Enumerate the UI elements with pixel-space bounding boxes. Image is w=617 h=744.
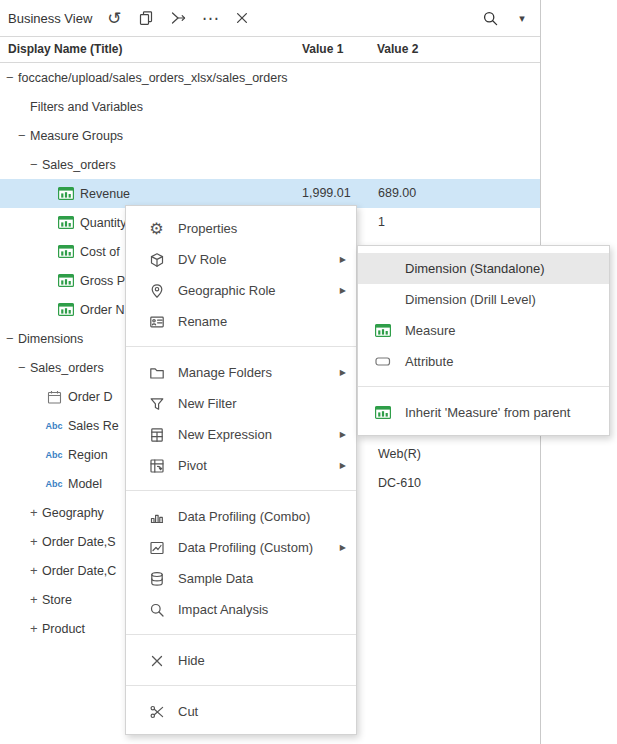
gear-icon: ⚙ <box>148 220 165 237</box>
measure-icon <box>374 404 391 421</box>
dv-role-submenu: Dimension (Standalone)Dimension (Drill L… <box>357 245 610 436</box>
menu-item-label: Hide <box>178 653 346 668</box>
tree-label: Measure Groups <box>30 129 123 143</box>
menu-item-data-profiling-combo[interactable]: Data Profiling (Combo) <box>126 501 356 532</box>
icon-spacer <box>374 260 391 277</box>
menu-item-label: Cut <box>178 704 346 719</box>
pivot-icon <box>148 457 165 474</box>
submenu-arrow-icon: ▶ <box>340 430 346 439</box>
menu-item-geographic-role[interactable]: Geographic Role▶ <box>126 275 356 306</box>
tree-label: Order N <box>80 303 124 317</box>
collapse-icon[interactable]: − <box>6 331 18 346</box>
collapse-icon[interactable]: − <box>6 70 18 85</box>
dv-role-icon <box>148 251 165 268</box>
submenu-arrow-icon: ▶ <box>340 255 346 264</box>
chevron-down-icon[interactable]: ▾ <box>512 8 532 28</box>
cut-icon <box>148 703 165 720</box>
menu-item-label: Properties <box>178 221 346 236</box>
menu-item-hide[interactable]: Hide <box>126 645 356 676</box>
hide-icon <box>148 652 165 669</box>
measure-icon <box>58 187 74 201</box>
column-header-value2: Value 2 <box>377 37 418 62</box>
menu-item-sample-data[interactable]: Sample Data <box>126 563 356 594</box>
menu-item-cut[interactable]: Cut <box>126 696 356 727</box>
menu-item-new-expression[interactable]: New Expression▶ <box>126 419 356 450</box>
tree-row[interactable]: −Measure Groups <box>0 121 540 150</box>
combo-icon <box>148 508 165 525</box>
menu-item-rename[interactable]: Rename <box>126 306 356 337</box>
tree-row[interactable]: Filters and Variables <box>0 92 540 121</box>
expand-icon[interactable]: + <box>30 505 42 520</box>
submenu-arrow-icon: ▶ <box>340 368 346 377</box>
measure-icon <box>58 245 74 259</box>
icon-spacer <box>374 291 391 308</box>
value-2-cell: DC-610 <box>378 469 421 498</box>
menu-item-label: Rename <box>178 314 346 329</box>
collapse-icon[interactable]: − <box>18 360 30 375</box>
calculator-icon <box>148 426 165 443</box>
menu-item-manage-folders[interactable]: Manage Folders▶ <box>126 357 356 388</box>
abc-icon: Abc <box>46 448 62 462</box>
menu-item-label: Data Profiling (Combo) <box>178 509 346 524</box>
abc-icon: Abc <box>46 419 62 433</box>
menu-item-label: Data Profiling (Custom) <box>178 540 332 555</box>
toolbar-left-icons: ↺⋯ <box>104 8 252 28</box>
copy-icon[interactable] <box>136 8 156 28</box>
menu-separator <box>126 625 356 645</box>
menu-item-pivot[interactable]: Pivot▶ <box>126 450 356 481</box>
menu-item-label: Dimension (Drill Level) <box>405 292 599 307</box>
menu-item-label: Inherit 'Measure' from parent <box>405 405 599 420</box>
menu-separator <box>126 337 356 357</box>
tree-label: Filters and Variables <box>30 100 143 114</box>
menu-item-label: Geographic Role <box>178 283 332 298</box>
rename-icon <box>148 313 165 330</box>
expand-icon[interactable]: + <box>30 563 42 578</box>
column-header-display-name: Display Name (Title) <box>8 37 122 62</box>
filter-icon <box>148 395 165 412</box>
menu-item-dv-role[interactable]: DV Role▶ <box>126 244 356 275</box>
more-icon[interactable]: ⋯ <box>200 8 220 28</box>
tree-label: Store <box>42 593 72 607</box>
expand-icon[interactable]: + <box>30 621 42 636</box>
tree-label: Region <box>68 448 108 462</box>
tree-label: Order Date,S <box>42 535 116 549</box>
folder-icon <box>148 364 165 381</box>
toolbar-right-icons: ▾ <box>480 8 532 28</box>
tree-row[interactable]: −Sales_orders <box>0 150 540 179</box>
tree-label: Revenue <box>80 187 130 201</box>
menu-item-properties[interactable]: ⚙Properties <box>126 213 356 244</box>
tree-label: Order Date,C <box>42 564 116 578</box>
column-header-row: Display Name (Title) Value 1 Value 2 <box>0 37 540 63</box>
menu-item-impact-analysis[interactable]: Impact Analysis <box>126 594 356 625</box>
tree-row[interactable]: Revenue1,999.01689.00 <box>0 179 540 208</box>
menu-item-dimension-drill-level[interactable]: Dimension (Drill Level) <box>358 284 609 315</box>
value-2-cell: Web(R) <box>378 440 421 469</box>
pin-icon <box>148 282 165 299</box>
menu-item-label: New Filter <box>178 396 346 411</box>
menu-separator <box>126 481 356 501</box>
search-icon[interactable] <box>480 8 500 28</box>
tree-label: Dimensions <box>18 332 83 346</box>
collapse-icon[interactable]: − <box>30 157 42 172</box>
submenu-arrow-icon: ▶ <box>340 543 346 552</box>
calendar-icon <box>46 390 62 404</box>
impact-icon <box>148 601 165 618</box>
menu-item-measure[interactable]: Measure <box>358 315 609 346</box>
menu-item-inherit-measure-from-parent[interactable]: Inherit 'Measure' from parent <box>358 397 609 428</box>
expand-icon[interactable]: + <box>30 592 42 607</box>
submenu-arrow-icon: ▶ <box>340 286 346 295</box>
menu-item-label: Measure <box>405 323 599 338</box>
abc-icon: Abc <box>46 477 62 491</box>
menu-item-new-filter[interactable]: New Filter <box>126 388 356 419</box>
transform-icon[interactable] <box>168 8 188 28</box>
tree-label: Product <box>42 622 85 636</box>
value-2-cell: 689.00 <box>378 179 416 208</box>
menu-item-dimension-standalone[interactable]: Dimension (Standalone) <box>358 253 609 284</box>
menu-item-attribute[interactable]: Attribute <box>358 346 609 377</box>
close-icon[interactable] <box>232 8 252 28</box>
menu-item-data-profiling-custom[interactable]: Data Profiling (Custom)▶ <box>126 532 356 563</box>
undo-icon[interactable]: ↺ <box>104 8 124 28</box>
expand-icon[interactable]: + <box>30 534 42 549</box>
collapse-icon[interactable]: − <box>18 128 30 143</box>
tree-row[interactable]: −foccache/upload/sales_orders_xlsx/sales… <box>0 63 540 92</box>
